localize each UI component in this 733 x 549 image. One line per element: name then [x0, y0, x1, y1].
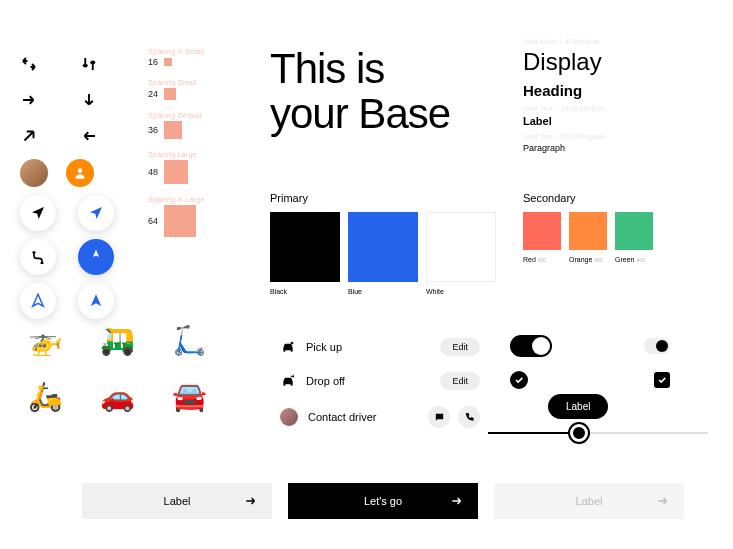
avatar-placeholder — [66, 159, 94, 187]
typo-hint: Uber Text – 14/20 Regular — [523, 133, 713, 140]
checkbox-checked[interactable] — [654, 372, 670, 388]
swatch-label: Blue — [348, 288, 418, 295]
button-label: Label — [164, 495, 191, 507]
car-plus-icon — [280, 339, 296, 355]
typo-hint: Uber Move – 40 Medium — [523, 38, 713, 45]
hero-line2: your Base — [270, 91, 450, 136]
edit-button[interactable]: Edit — [440, 338, 480, 356]
spacing-num: 48 — [148, 167, 158, 177]
radio-checked[interactable] — [510, 371, 528, 389]
primary-title: Primary — [270, 192, 496, 204]
arrow-left-icon — [80, 127, 110, 149]
swatch-black — [270, 212, 340, 282]
swap-icon — [80, 55, 110, 77]
button-label: Let's go — [364, 495, 402, 507]
swatch-label: Orange — [569, 256, 592, 263]
dropoff-row[interactable]: Drop off Edit — [280, 364, 480, 398]
button-dark[interactable]: Let's go — [288, 483, 478, 519]
car-black-icon: 🚘 — [156, 371, 222, 421]
arrow-right-icon — [244, 494, 258, 508]
swatch-label: White — [426, 288, 496, 295]
spacing-swatch — [164, 160, 188, 184]
compass-button[interactable] — [78, 239, 114, 275]
phone-button[interactable] — [458, 406, 480, 428]
spacing-swatch — [164, 58, 172, 66]
toggle-off[interactable] — [644, 338, 670, 354]
helicopter-icon: 🚁 — [12, 315, 78, 365]
svg-point-0 — [78, 168, 83, 173]
spacing-label: Spacing Default — [148, 112, 248, 119]
car-arrow-icon — [280, 373, 296, 389]
swatch-sub: 400 — [538, 257, 546, 263]
swatch-label: Green — [615, 256, 634, 263]
contact-row[interactable]: Contact driver — [280, 398, 480, 436]
spacing-num: 24 — [148, 89, 158, 99]
split-arrows-icon — [20, 55, 50, 77]
moped-icon: 🛵 — [12, 371, 78, 421]
swatch-label: Black — [270, 288, 340, 295]
nav-button-solid[interactable] — [78, 283, 114, 319]
spacing-num: 64 — [148, 216, 158, 226]
swatch-orange — [569, 212, 607, 250]
pickup-label: Pick up — [306, 341, 342, 353]
scooter-icon: 🛴 — [156, 315, 222, 365]
swatch-sub: 400 — [636, 257, 644, 263]
spacing-swatch — [164, 121, 182, 139]
arrow-up-right-icon — [20, 127, 50, 149]
spacing-num: 36 — [148, 125, 158, 135]
spacing-label: Spacing X-Large — [148, 196, 248, 203]
button-light[interactable]: Label — [82, 483, 272, 519]
rickshaw-icon: 🛺 — [84, 315, 150, 365]
typo-hint: Uber Text – 18/26 Medium — [523, 105, 713, 112]
route-button[interactable] — [20, 239, 56, 275]
secondary-title: Secondary — [523, 192, 653, 204]
swatch-label: Red — [523, 256, 536, 263]
hero-title: This is your Base — [270, 46, 450, 137]
spacing-swatch — [164, 205, 196, 237]
typo-paragraph: Paragraph — [523, 143, 713, 153]
swatch-blue — [348, 212, 418, 282]
button-label: Label — [576, 495, 603, 507]
spacing-label: Spacing Large — [148, 151, 248, 158]
typo-display: Display — [523, 48, 713, 76]
spacing-label: Spacing Small — [148, 79, 248, 86]
edit-button[interactable]: Edit — [440, 372, 480, 390]
pickup-row[interactable]: Pick up Edit — [280, 330, 480, 364]
button-disabled: Label — [494, 483, 684, 519]
swatch-green — [615, 212, 653, 250]
chat-button[interactable] — [428, 406, 450, 428]
toggle-on[interactable] — [510, 335, 552, 357]
typo-label: Label — [523, 115, 713, 127]
arrow-right-icon — [450, 494, 464, 508]
dropoff-label: Drop off — [306, 375, 345, 387]
swatch-red — [523, 212, 561, 250]
arrow-right-icon — [656, 494, 670, 508]
hero-line1: This is — [270, 46, 450, 91]
location-button[interactable] — [20, 195, 56, 231]
vehicle-grid: 🚁 🛺 🛴 🛵 🚗 🚘 — [12, 315, 222, 421]
typo-heading: Heading — [523, 82, 713, 99]
swatch-white — [426, 212, 496, 282]
contact-label: Contact driver — [308, 411, 376, 423]
location-button-blue[interactable] — [78, 195, 114, 231]
tooltip: Label — [548, 394, 608, 419]
slider-track[interactable] — [488, 432, 708, 434]
nav-button-outline[interactable] — [20, 283, 56, 319]
slider-handle[interactable] — [570, 424, 588, 442]
arrow-right-icon — [20, 91, 50, 113]
swatch-sub: 400 — [594, 257, 602, 263]
spacing-swatch — [164, 88, 176, 100]
avatar-photo — [20, 159, 48, 187]
spacing-label: Spacing X-Small — [148, 48, 248, 55]
arrow-down-icon — [80, 91, 110, 113]
spacing-num: 16 — [148, 57, 158, 67]
driver-avatar — [280, 408, 298, 426]
car-icon: 🚗 — [84, 371, 150, 421]
